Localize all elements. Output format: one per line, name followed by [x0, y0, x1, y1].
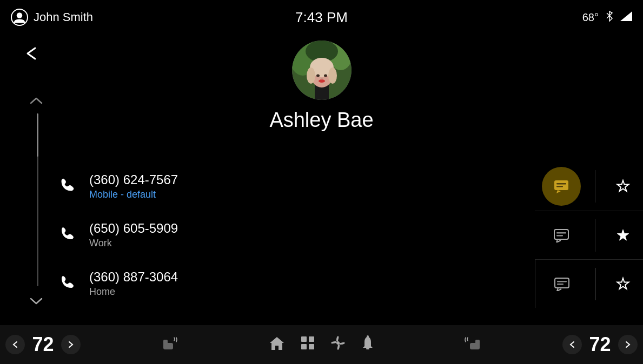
- bluetooth-icon: [605, 10, 614, 25]
- action-divider-1: [595, 170, 595, 203]
- contact-section: Ashley Bae: [0, 41, 643, 132]
- svg-rect-16: [554, 180, 568, 190]
- action-divider-3: [595, 268, 596, 300]
- phone-icon-1: [54, 177, 81, 196]
- svg-rect-26: [163, 340, 168, 345]
- left-temp-increase[interactable]: [61, 335, 81, 354]
- grid-button[interactable]: [300, 335, 315, 354]
- user-avatar-icon: [11, 9, 28, 26]
- bell-button[interactable]: [361, 335, 375, 354]
- action-row-2: [535, 211, 643, 259]
- right-seat-heat-icon[interactable]: [463, 334, 484, 355]
- svg-point-33: [367, 335, 369, 338]
- contact-name: Ashley Bae: [269, 109, 373, 132]
- left-temp-value: 72: [28, 333, 58, 356]
- svg-rect-23: [557, 281, 567, 282]
- phone-icon-2: [54, 226, 81, 245]
- svg-rect-27: [301, 336, 307, 342]
- bottom-icons: [269, 335, 375, 354]
- temperature-display: 68°: [582, 11, 599, 24]
- scroll-track: [37, 113, 38, 286]
- svg-point-0: [17, 12, 23, 18]
- svg-marker-1: [620, 11, 632, 21]
- fan-button[interactable]: [330, 335, 346, 354]
- svg-rect-20: [556, 232, 566, 234]
- contact-avatar: [292, 41, 352, 100]
- left-temp-control: 72: [5, 333, 81, 356]
- svg-rect-32: [366, 348, 369, 349]
- left-temp-decrease[interactable]: [5, 335, 25, 354]
- bottom-bar: 72: [0, 325, 643, 364]
- clock: 7:43 PM: [295, 9, 348, 26]
- svg-point-14: [319, 79, 325, 83]
- signal-icon: [620, 11, 632, 24]
- actions-area: [535, 162, 643, 308]
- favorite-button-3[interactable]: [610, 271, 636, 297]
- action-row-1: [535, 162, 643, 211]
- svg-rect-30: [309, 344, 314, 349]
- svg-rect-17: [556, 183, 566, 185]
- svg-point-15: [321, 78, 323, 80]
- svg-point-10: [307, 68, 315, 84]
- svg-point-12: [316, 75, 320, 77]
- right-temp-increase[interactable]: [618, 335, 638, 354]
- svg-rect-21: [556, 235, 563, 237]
- svg-rect-18: [556, 186, 563, 187]
- favorite-button-2[interactable]: [610, 223, 636, 248]
- home-button[interactable]: [269, 335, 285, 354]
- scroll-down-indicator[interactable]: [30, 294, 43, 308]
- svg-point-11: [328, 68, 337, 84]
- right-temp-decrease[interactable]: [562, 335, 582, 354]
- svg-rect-19: [554, 230, 568, 239]
- right-temp-control: 72: [562, 333, 638, 356]
- favorite-button-1[interactable]: [610, 173, 636, 199]
- svg-rect-28: [309, 336, 314, 342]
- left-seat-heat-icon[interactable]: [159, 334, 180, 355]
- svg-point-13: [324, 75, 327, 77]
- svg-point-31: [336, 341, 340, 345]
- status-bar: John Smith 7:43 PM 68°: [0, 0, 643, 35]
- status-left: John Smith: [11, 9, 93, 26]
- action-row-3: [535, 259, 643, 308]
- svg-rect-22: [555, 278, 569, 288]
- message-button-1[interactable]: [542, 167, 581, 206]
- action-divider-2: [595, 219, 595, 252]
- status-right: 68°: [582, 10, 632, 25]
- message-button-2[interactable]: [542, 216, 581, 255]
- svg-rect-35: [475, 340, 480, 345]
- svg-rect-24: [557, 284, 564, 285]
- svg-rect-29: [301, 344, 307, 349]
- user-name: John Smith: [34, 10, 93, 24]
- phone-icon-3: [54, 274, 81, 293]
- right-temp-value: 72: [585, 333, 615, 356]
- message-button-3[interactable]: [542, 265, 581, 304]
